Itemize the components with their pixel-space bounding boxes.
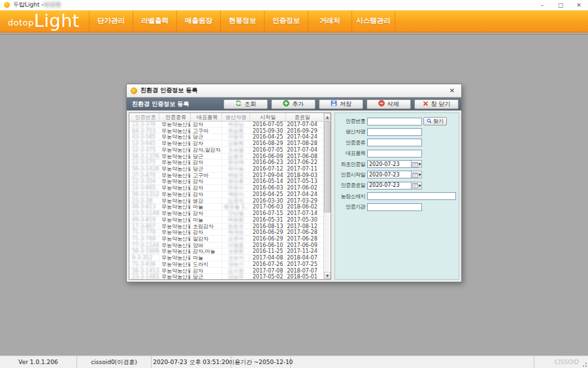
datepicker-button-6[interactable]: ▼: [412, 182, 422, 190]
table-row[interactable]: 23-3-1149무농약농산물감자안상열2016-07-152017-07-14: [129, 210, 323, 217]
producer-cell: 최승희: [222, 128, 250, 134]
table-row[interactable]: 23-3-1483무농약농산물당근강남주2017-05-022018-05-01: [129, 274, 323, 280]
close-button[interactable]: ✕: [570, 0, 588, 10]
find-button[interactable]: 찾기: [423, 117, 447, 125]
form-input-4[interactable]: [367, 160, 412, 168]
table-row[interactable]: 12-3-376무농약농산물감자박경남2016-07-052017-07-04: [129, 122, 323, 128]
nav-item-4[interactable]: 인증정보: [264, 10, 308, 31]
toolbar-button-label: 조회: [244, 100, 256, 109]
eco-cert-dialog: 친환경 인증정보 등록 ✕ 친환경 인증정보 등록 조회추가저장삭제창 닫기 인…: [126, 84, 462, 282]
table-row[interactable]: 71-3-770무농약농산물감자박세경2016-06-292017-06-28: [129, 229, 323, 236]
table-row[interactable]: 64-3-703무농약농산물고구마최승희2015-09-302016-09-29: [129, 128, 323, 135]
table-row[interactable]: 12-3-665무농약농산물감자전청수2016-06-032017-06-02: [129, 185, 323, 192]
table-row[interactable]: 56-3-1376무농약농산물당근김용주2016-06-092017-06-08: [129, 154, 323, 160]
table-row[interactable]: 37-3-470무농약농산물고구마박영주2017-09-042018-09-03: [129, 173, 323, 179]
table-row[interactable]: 12-3-354무농약농산물감자정성훈2016-05-142017-05-13: [129, 178, 323, 185]
table-row[interactable]: 12-3-375무농약농산물감자,알감자조승열2016-07-052017-07…: [129, 147, 323, 154]
column-header-4[interactable]: 시작일: [250, 113, 286, 121]
chevron-down-icon: ▼: [419, 162, 421, 166]
table-row[interactable]: 56-3-1609무농약농산물감자,마늘조동현2016-11-252017-11…: [129, 248, 323, 255]
table-row[interactable]: 43-3-585무농약농산물당근이동주2016-04-252017-04-24: [129, 134, 323, 141]
form-input-1[interactable]: [367, 128, 422, 136]
column-header-2[interactable]: 대표품목: [191, 113, 222, 121]
item-cell: 감자: [191, 159, 222, 165]
nav-item-1[interactable]: 라벨출력: [133, 10, 176, 31]
cert-kind-cell: 무농약농산물: [159, 217, 191, 223]
toolbar-button-4[interactable]: 창 닫기: [414, 99, 459, 109]
column-header-1[interactable]: 인증종류: [159, 113, 191, 121]
dialog-titlebar[interactable]: 친환경 인증정보 등록 ✕: [127, 84, 461, 97]
toolbar-button-1[interactable]: 추가: [271, 99, 316, 109]
nav-item-5[interactable]: 거래처: [308, 10, 351, 31]
end-date-cell: 2017-06-02: [286, 185, 318, 191]
table-scrollbar[interactable]: ▲ ▼: [323, 113, 331, 279]
table-row[interactable]: 9-3-352무농약농산물마늘조승자2017-04-082018-04-07: [129, 255, 323, 261]
table-row[interactable]: 71-3-769무농약농산물알감자표준석2016-06-292017-06-28: [129, 236, 323, 243]
resize-grip[interactable]: [581, 361, 587, 367]
start-date-cell: 2016-06-03: [250, 185, 286, 191]
form-input-2[interactable]: [367, 139, 422, 146]
minimize-button[interactable]: –: [533, 0, 551, 10]
window-title: 두탑Light -: [13, 1, 44, 9]
cert-kind-cell: 무농약농산물: [159, 274, 191, 280]
end-date-cell: 2017-07-04: [286, 147, 318, 153]
nav-item-2[interactable]: 매출원장: [176, 10, 220, 31]
form-input-7[interactable]: [367, 192, 456, 200]
table-row[interactable]: 12-3-575무농약농산물감자문성택2016-06-232017-06-22: [129, 159, 323, 166]
item-cell: 생강: [191, 198, 222, 204]
form-input-6[interactable]: [367, 182, 412, 190]
table-row[interactable]: 12-3-645무농약농산물감자강동혁2016-08-292017-08-28: [129, 141, 323, 147]
column-header-0[interactable]: 인증번호: [129, 113, 159, 121]
producer-cell: 정성훈: [222, 178, 250, 184]
datepicker-button-4[interactable]: ▼: [412, 160, 422, 168]
table-row[interactable]: 49-3-819무농약농산물마늘박동환2016-05-312017-05-30: [129, 217, 323, 224]
scroll-up-icon[interactable]: ▲: [324, 113, 331, 120]
cert-kind-cell: 무농약농산물: [159, 141, 191, 146]
form-input-8[interactable]: [367, 203, 422, 211]
scrollbar-thumb[interactable]: [324, 121, 331, 212]
table-row[interactable]: 71-3-936무농약농산물도라지양승기2016-07-262017-07-25: [129, 261, 323, 268]
table-row[interactable]: 56-3-1312무농약농산물감자백영자2016-04-252017-04-24: [129, 192, 323, 198]
scroll-down-icon[interactable]: ▼: [324, 272, 331, 279]
end-date-cell: 2017-07-14: [286, 210, 318, 216]
producer-cell: 김용주: [222, 154, 250, 159]
table-row[interactable]: 17-3-807무농약농산물조림감자한윤주2016-08-132017-08-1…: [129, 224, 323, 230]
nav-item-0[interactable]: 단가관리: [89, 10, 133, 31]
item-cell: 마늘: [191, 255, 222, 261]
datepicker-button-5[interactable]: ▼: [412, 171, 422, 178]
status-license-period: 이용기간 ~2050-12-10: [231, 356, 291, 368]
table-row[interactable]: 49-3-613무농약농산물마늘해운들 1..2017-06-032018-06…: [129, 204, 323, 210]
toolbar-button-0[interactable]: 조회: [223, 99, 268, 109]
start-date-cell: 2016-06-23: [250, 159, 286, 165]
dialog-close-icon[interactable]: ✕: [447, 87, 457, 94]
start-date-cell: 2016-06-29: [250, 229, 286, 235]
form-input-0[interactable]: [367, 118, 422, 125]
column-header-3[interactable]: 생산자명: [222, 113, 250, 121]
toolbar-label: 친환경 인증정보 등록: [132, 100, 189, 109]
table-header-row: 인증번호인증종류대표품목생산자명시작일종료일: [129, 113, 323, 122]
toolbar-button-3[interactable]: 삭제: [367, 99, 411, 109]
item-cell: 고구마: [191, 173, 222, 178]
nav-item-3[interactable]: 현풍정보: [220, 10, 264, 31]
toolbar-button-2[interactable]: 저장: [319, 99, 363, 109]
form-row-6: 인증종료일▼: [336, 181, 456, 190]
producer-cell: 표준석: [222, 236, 250, 242]
table-row[interactable]: 23-3-38무농약농산물생강임종석2016-03-302017-03-29: [129, 198, 323, 205]
cert-kind-cell: 무농약농산물: [159, 255, 191, 261]
logo-dotop: dotop: [8, 18, 34, 30]
column-header-5[interactable]: 종료일: [286, 113, 318, 121]
table-row[interactable]: 56-3-1413무농약농산물감자김수정2017-07-082018-07-07: [129, 268, 323, 275]
end-date-cell: 2017-06-08: [286, 154, 318, 159]
nav-item-6[interactable]: 시스템관리: [351, 10, 395, 31]
item-cell: 감자: [191, 210, 222, 216]
end-date-cell: 2016-09-29: [286, 128, 318, 134]
cert-no-cell: 56-3-1376: [129, 154, 159, 159]
table-row[interactable]: 77-3-1144무농약농산물양파이병훈2016-06-102017-06-09: [129, 243, 323, 249]
cert-kind-cell: 무농약농산물: [159, 134, 191, 140]
form-input-5[interactable]: [367, 171, 412, 178]
table-row[interactable]: 56-3-1426무농약농산물당근최미숙2016-07-122017-07-11: [129, 166, 323, 173]
main-navbar: dotopLight 단가관리라벨출력매출원장현풍정보인증정보거래처시스템관리: [0, 10, 588, 33]
producer-cell: 해운들 1..: [222, 204, 250, 210]
maximize-button[interactable]: □: [551, 0, 570, 10]
form-input-3[interactable]: [367, 150, 422, 158]
